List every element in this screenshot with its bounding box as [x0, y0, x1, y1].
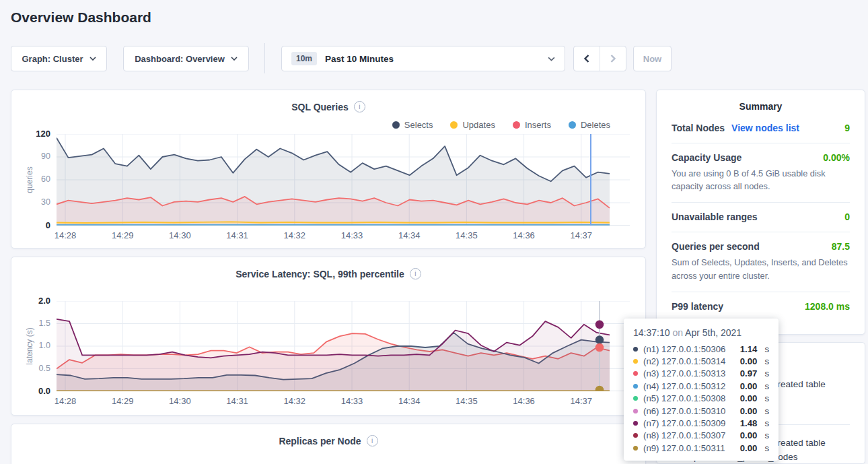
- tooltip-node-label: (n6) 127.0.0.1:50310: [643, 406, 735, 416]
- legend-label: Updates: [462, 120, 495, 130]
- x-tick-label: 14:33: [328, 230, 375, 240]
- y-tick-label: 0.5: [11, 364, 50, 373]
- tooltip-node-dot: [633, 384, 638, 389]
- summary-title: Summary: [657, 90, 865, 114]
- summary-value: 9: [844, 123, 850, 133]
- tooltip-node-label: (n3) 127.0.0.1:50313: [643, 368, 735, 378]
- tooltip-node-unit: s: [764, 356, 769, 366]
- x-tick-label: 14:30: [156, 396, 203, 406]
- tooltip-node-dot: [633, 347, 638, 352]
- tooltip-node-unit: s: [764, 406, 769, 416]
- tooltip-node-value: 0.00: [740, 381, 758, 391]
- tooltip-node-value: 0.00: [740, 430, 758, 440]
- tooltip-row: (n1) 127.0.0.1:503061.14s: [633, 343, 769, 355]
- x-tick-label: 14:37: [558, 230, 605, 240]
- legend-item-deletes: Deletes: [569, 120, 610, 130]
- summary-row-head: Unavailable ranges0: [672, 211, 850, 222]
- summary-label: Queries per second: [672, 241, 760, 252]
- summary-desc: You are using 0 B of 4.5 GiB usable disk…: [672, 167, 850, 193]
- tooltip-node-unit: s: [764, 344, 769, 354]
- tooltip-row: (n5) 127.0.0.1:503080.00s: [633, 393, 769, 405]
- summary-row: Unavailable ranges0: [672, 203, 850, 232]
- legend-item-updates: Updates: [450, 120, 495, 130]
- info-icon[interactable]: i: [410, 268, 421, 279]
- summary-value: 0.00%: [823, 152, 850, 163]
- y-tick-label: 0.0: [11, 386, 50, 396]
- tooltip-row: (n3) 127.0.0.1:503130.97s: [633, 368, 769, 380]
- overview-dashboard-page: Overview Dashboard Graph: Cluster Dashbo…: [0, 0, 868, 464]
- info-icon[interactable]: i: [367, 435, 378, 446]
- x-tick-label: 14:32: [271, 396, 318, 406]
- info-icon[interactable]: i: [354, 101, 365, 112]
- summary-row: P99 latency1208.0 ms: [672, 292, 850, 321]
- x-tick-label: 14:31: [214, 230, 261, 240]
- summary-desc: Sum of Selects, Updates, Inserts, and De…: [672, 256, 850, 281]
- service-latency-title: Service Latency: SQL, 99th percentile: [236, 269, 404, 279]
- x-tick-label: 14:34: [386, 230, 433, 240]
- dashboard-dropdown[interactable]: Dashboard: Overview: [123, 46, 249, 71]
- y-tick-label: 1.0: [11, 341, 50, 350]
- tooltip-node-value: 1.48: [740, 418, 758, 428]
- x-tick-label: 14:36: [501, 230, 548, 240]
- view-nodes-list-link[interactable]: View nodes list: [731, 123, 799, 133]
- summary-row: Queries per second87.5Sum of Selects, Up…: [672, 232, 850, 292]
- x-tick-label: 14:37: [558, 396, 605, 406]
- y-tick-label: 0: [11, 220, 50, 230]
- tooltip-node-dot: [633, 421, 638, 426]
- tooltip-timestamp: 14:37:10 on Apr 5th, 2021: [633, 327, 769, 338]
- y-tick-label: 1.5: [11, 319, 50, 328]
- y-tick-label: 2.0: [11, 296, 50, 306]
- tooltip-node-dot: [633, 409, 638, 413]
- tooltip-node-dot: [633, 396, 638, 401]
- tooltip-row: (n2) 127.0.0.1:503140.00s: [633, 355, 769, 367]
- y-tick-label: 120: [11, 129, 50, 139]
- replicas-per-node-card: Replicas per Node i: [11, 424, 646, 464]
- summary-label: Capacity Usage: [672, 152, 742, 163]
- chevron-down-icon: [548, 57, 555, 61]
- sql-plot-area[interactable]: [57, 134, 630, 226]
- tooltip-node-label: (n8) 127.0.0.1:50307: [643, 430, 735, 440]
- chart-hover-tooltip: 14:37:10 on Apr 5th, 2021 (n1) 127.0.0.1…: [624, 319, 779, 461]
- x-tick-label: 14:33: [328, 396, 375, 406]
- prev-time-button[interactable]: [574, 46, 600, 71]
- tooltip-node-unit: s: [764, 418, 769, 428]
- tooltip-node-label: (n2) 127.0.0.1:50314: [643, 356, 735, 366]
- tooltip-node-label: (n9) 127.0.0.1:50311: [643, 443, 735, 453]
- tooltip-node-unit: s: [764, 381, 769, 391]
- y-tick-label: 90: [11, 152, 50, 161]
- x-tick-label: 14:34: [386, 396, 433, 406]
- legend-dot: [392, 121, 400, 129]
- tooltip-node-value: 0.00: [740, 443, 758, 453]
- tooltip-node-dot: [633, 446, 638, 451]
- tooltip-node-dot: [633, 433, 638, 438]
- controls-divider: [264, 43, 265, 73]
- tooltip-node-dot: [633, 359, 638, 364]
- graph-dropdown-label: Graph: Cluster: [22, 54, 83, 64]
- summary-label: P99 latency: [672, 301, 723, 312]
- replicas-per-node-title: Replicas per Node: [279, 436, 361, 446]
- summary-row-head: Queries per second87.5: [672, 241, 850, 252]
- x-tick-label: 14:30: [156, 230, 203, 240]
- summary-panel: Summary Total NodesView nodes list9Capac…: [656, 90, 865, 335]
- graph-dropdown[interactable]: Graph: Cluster: [11, 46, 107, 71]
- tooltip-node-value: 0.00: [740, 406, 758, 416]
- next-time-button: [600, 46, 626, 71]
- x-tick-label: 14:32: [271, 230, 318, 240]
- tooltip-row: (n7) 127.0.0.1:503091.48s: [633, 417, 769, 429]
- x-tick-label: 14:36: [501, 396, 548, 406]
- legend-item-inserts: Inserts: [513, 120, 551, 130]
- legend-dot: [569, 121, 576, 129]
- tooltip-node-label: (n1) 127.0.0.1:50306: [643, 344, 735, 354]
- legend-label: Inserts: [525, 120, 551, 130]
- dashboard-dropdown-label: Dashboard: Overview: [135, 54, 225, 64]
- x-tick-label: 14:28: [42, 396, 89, 406]
- latency-plot-area[interactable]: [57, 301, 630, 391]
- sql-queries-title: SQL Queries: [291, 102, 349, 112]
- summary-value: 0: [844, 211, 850, 222]
- time-range-label: Past 10 Minutes: [325, 54, 540, 64]
- tooltip-row: (n8) 127.0.0.1:503070.00s: [633, 430, 769, 442]
- page-title: Overview Dashboard: [11, 9, 151, 26]
- tooltip-node-unit: s: [764, 393, 769, 403]
- time-range-dropdown[interactable]: 10m Past 10 Minutes: [281, 46, 565, 71]
- summary-label: Total Nodes: [672, 123, 725, 133]
